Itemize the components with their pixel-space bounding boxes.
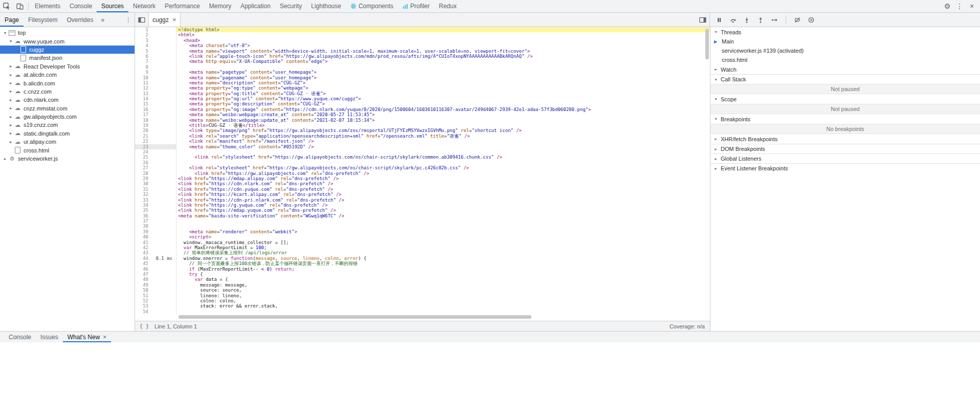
gutter-line-number[interactable]: 1 [135,27,176,32]
code-line[interactable]: <meta name="pagename" content="user_home… [176,75,710,80]
panel-tab-performance[interactable]: Performance [160,0,205,12]
code-line[interactable]: <link href="https://cdn-pri.nlark.com" r… [176,197,710,203]
code-line[interactable]: <link href="https://mdap.alipay.com" rel… [176,176,710,181]
gutter-line-number[interactable]: 28 [135,171,176,176]
close-icon[interactable]: × [103,334,106,341]
code-line[interactable]: <link href="https://g.yuque.com" rel="dn… [176,203,710,208]
code-line[interactable] [176,309,710,314]
code-line[interactable]: colno: colno, [176,298,710,303]
step-out-button[interactable] [756,16,765,24]
gutter-line-number[interactable]: 35 [135,208,176,213]
gutter-line-number[interactable]: 45 [135,261,176,266]
panel-tab-elements[interactable]: Elements [30,0,65,12]
gutter-line-number[interactable]: 54 [135,309,176,314]
settings-gear-icon[interactable]: ⚙ [941,0,953,12]
panel-tab-lighthouse[interactable]: Lighthouse [306,0,346,12]
navigator-tab-overrides[interactable]: Overrides [62,13,98,27]
code-line[interactable]: <html> [176,32,710,37]
code-line[interactable]: <meta name="renderer" content="webkit"> [176,229,710,234]
code-line[interactable]: <meta charset="utf-8"> [176,43,710,48]
vertical-scrollbar[interactable] [705,29,709,59]
section-header-event-listener-breakpoints[interactable]: ▸Event Listener Breakpoints [710,163,980,173]
gutter-line-number[interactable]: 2 [135,32,176,37]
gutter-line-number[interactable]: 32 [135,192,176,197]
code-line[interactable]: source: source, [176,288,710,293]
code-line[interactable]: <meta property="og:image" content="https… [176,107,710,112]
section-header-scope[interactable]: ▾Scope [710,94,980,104]
gutter-line-number[interactable]: 9 [135,70,176,75]
code-line[interactable]: <link href="https://mdap.yuque.com" rel=… [176,208,710,213]
code-line[interactable]: <meta property="og:title" content="CUG-G… [176,91,710,96]
gutter-line-number[interactable]: 43 [135,250,176,255]
gutter-line-number[interactable]: 30 [135,181,176,186]
gutter-line-number[interactable]: 3 [135,38,176,43]
code-line[interactable]: <meta http-equiv="X-UA-Compatible" conte… [176,59,710,64]
file-tree-item-cross-html[interactable]: cross.html [0,146,135,154]
thread-item-main[interactable]: ▶Main [710,37,980,46]
gutter-line-number[interactable]: 50 [135,288,176,293]
gutter-line-number[interactable]: 34 [135,203,176,208]
thread-item-serviceworker-js-139-activated[interactable]: serviceworker.js #139 (activated) [710,46,980,55]
code-line[interactable]: <meta name="description" content="CUG-GZ… [176,80,710,85]
gutter-line-number[interactable]: 10 [135,75,176,80]
section-header-call-stack[interactable]: ▾Call Stack [710,74,980,84]
inspect-element-icon[interactable] [0,0,13,12]
format-pretty-print-button[interactable]: { } [135,323,153,329]
code-line[interactable] [176,149,710,155]
gutter-line-number[interactable]: 42 [135,245,176,250]
more-tabs-button[interactable]: » [98,16,107,24]
gutter-line-number[interactable]: 33 [135,197,176,203]
gutter-line-number[interactable]: 22 [135,139,176,144]
gutter-line-number[interactable]: 29 [135,176,176,181]
code-line[interactable]: <link rel="stylesheet" href="https://gw.… [176,155,710,160]
gutter-line-number[interactable]: 52 [135,298,176,303]
code-line[interactable]: <meta name="theme_color" content="#05192… [176,144,710,149]
code-line[interactable]: <meta name="pagetype" content="user_home… [176,70,710,75]
deactivate-breakpoints-button[interactable] [793,16,801,24]
gutter-line-number[interactable]: 19 [135,123,176,128]
gutter-line-number[interactable]: 36 [135,213,176,218]
code-line[interactable]: <meta property="og:description" content=… [176,101,710,106]
code-line[interactable]: <link rel="search" type="application/ope… [176,134,710,139]
code-line[interactable]: <title>CUG-GZ · 语雀</title> [176,123,710,128]
editor-tab-cuggz[interactable]: cuggz × [148,13,181,27]
gutter-line-number[interactable]: 38 [135,224,176,229]
panel-tab-sources[interactable]: Sources [97,0,128,12]
navigator-menu-icon[interactable]: ⋮ [122,16,135,24]
gutter-line-number[interactable]: 48 [135,277,176,282]
code-line[interactable]: <meta name="weibo:webpage:create_at" con… [176,112,710,117]
file-tree-item-react-developer-tools[interactable]: ▸React Developer Tools [0,62,135,71]
code-line[interactable]: <meta name="viewport" content="width=dev… [176,49,710,54]
code-line[interactable]: <meta name="baidu-site-verification" con… [176,213,710,218]
file-tree-item-gw-alipayobjects-com[interactable]: ▸gw.alipayobjects.com [0,113,135,121]
gutter-line-number[interactable]: 18 [135,118,176,123]
file-tree-item-s19-cnzz-com[interactable]: ▸s19.cnzz.com [0,121,135,129]
panel-tab-memory[interactable]: Memory [205,0,236,12]
section-header-dom-breakpoints[interactable]: ▸DOM Breakpoints [710,144,980,153]
code-line[interactable]: <meta name="weibo:webpage:update_at" con… [176,118,710,123]
file-tree-item-cnzz-mmstat-com[interactable]: ▸cnzz.mmstat.com [0,104,135,113]
code-line[interactable] [176,224,710,229]
step-over-button[interactable] [729,16,737,24]
gutter-line-number[interactable]: 17 [135,112,176,117]
pause-on-exceptions-button[interactable] [807,16,815,24]
code-line[interactable]: <script> [176,234,710,239]
gutter-line-number[interactable]: 7 [135,59,176,64]
code-line[interactable]: <!doctype html> [176,27,710,32]
code-line[interactable]: <link type="image/png" href="https://gw.… [176,128,710,133]
gutter-line-number[interactable]: 12 [135,85,176,91]
gutter-line-number[interactable]: 47 [135,272,176,277]
section-header-threads[interactable]: ▾Threads [710,27,980,37]
gutter-line-number[interactable]: 37 [135,218,176,224]
pause-button[interactable] [715,16,723,24]
code-line[interactable]: <meta property="og:type" content="webpag… [176,85,710,91]
navigator-tab-page[interactable]: Page [0,13,24,27]
code-line[interactable]: <link href="https://cdn.nlark.com" rel="… [176,181,710,186]
gutter-line-number[interactable]: 49 [135,282,176,288]
step-button[interactable] [770,16,778,24]
section-header-watch[interactable]: ▸Watch [710,64,980,74]
code-line[interactable]: <link href="https://cdn.yuque.com" rel="… [176,187,710,192]
panel-tab-security[interactable]: Security [275,0,306,12]
gutter-line-number[interactable]: 25 [135,155,176,160]
panel-tab-components[interactable]: Components [346,0,398,12]
